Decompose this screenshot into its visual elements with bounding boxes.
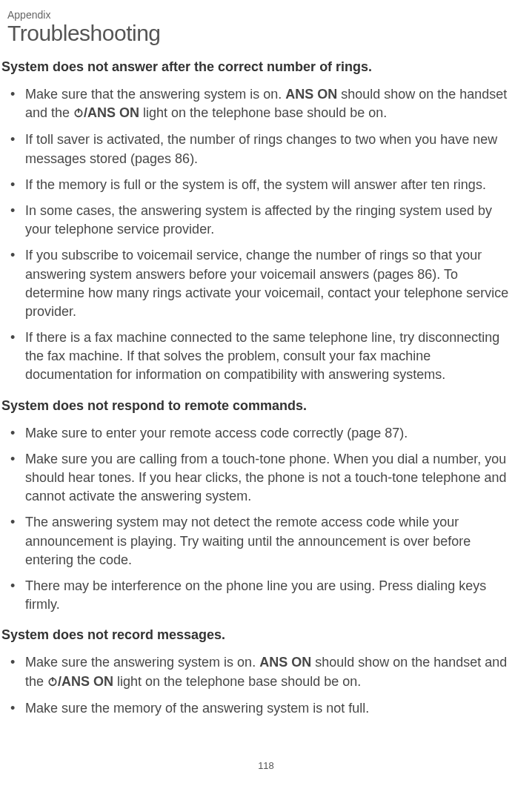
list-item: Make sure the answering system is on. AN… [10, 653, 510, 691]
power-icon [73, 105, 84, 123]
bold-text: /ANS ON [58, 674, 113, 689]
bullet-list: Make sure the answering system is on. AN… [0, 653, 510, 718]
section-heading: System does not respond to remote comman… [0, 398, 510, 414]
bold-text: ANS ON [285, 87, 337, 102]
page-number: 118 [0, 760, 532, 771]
list-item: If you subscribe to voicemail service, c… [10, 246, 510, 321]
list-item: Make sure you are calling from a touch-t… [10, 450, 510, 506]
list-item: Make sure to enter your remote access co… [10, 424, 510, 443]
bullet-list: Make sure that the answering system is o… [0, 85, 510, 385]
bold-text: /ANS ON [84, 105, 139, 120]
page-title: Troubleshooting [0, 21, 510, 46]
power-icon [47, 673, 58, 692]
list-item: If there is a fax machine connected to t… [10, 328, 510, 385]
eyebrow-label: Appendix [0, 9, 510, 21]
section-heading: System does not record messages. [0, 627, 510, 643]
list-item: Make sure the memory of the answering sy… [10, 699, 510, 718]
list-item: Make sure that the answering system is o… [10, 85, 510, 123]
list-item: If toll saver is activated, the number o… [10, 131, 510, 168]
list-item: There may be interference on the phone l… [10, 577, 510, 614]
bold-text: ANS ON [259, 655, 311, 670]
section-heading: System does not answer after the correct… [0, 59, 510, 75]
list-item: The answering system may not detect the … [10, 513, 510, 569]
list-item: In some cases, the answering system is a… [10, 202, 510, 239]
list-item: If the memory is full or the system is o… [10, 176, 510, 194]
bullet-list: Make sure to enter your remote access co… [0, 424, 510, 615]
